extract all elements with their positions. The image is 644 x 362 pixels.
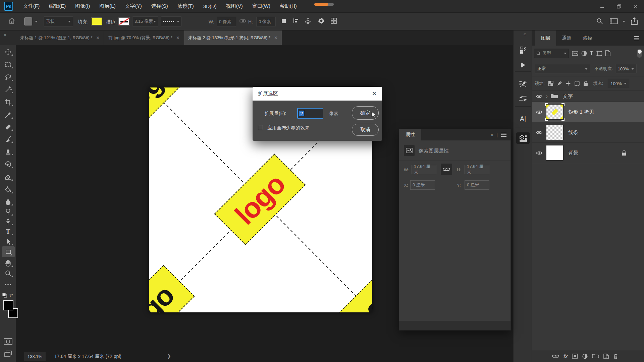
- menu-view[interactable]: 视图(V): [221, 0, 248, 13]
- add-mask-icon[interactable]: [572, 354, 578, 359]
- menu-image[interactable]: 图像(I): [70, 0, 95, 13]
- history-brush-tool[interactable]: [0, 159, 16, 170]
- layer-filter-dropdown[interactable]: 类型: [534, 49, 569, 58]
- close-tab-icon[interactable]: ✕: [96, 35, 100, 40]
- tool-mode-dropdown[interactable]: 形状: [44, 16, 73, 26]
- opacity-dropdown[interactable]: 100%: [615, 64, 637, 73]
- rectangular-marquee-tool[interactable]: [0, 59, 16, 70]
- actions-panel-icon[interactable]: [514, 59, 532, 71]
- visibility-eye-icon[interactable]: [532, 151, 546, 155]
- link-layers-icon[interactable]: [552, 354, 559, 358]
- restore-icon[interactable]: [610, 0, 627, 13]
- menu-file[interactable]: 文件(F): [18, 0, 44, 13]
- tab-properties[interactable]: 属性: [399, 129, 421, 140]
- filter-toggle[interactable]: [637, 49, 642, 58]
- visibility-eye-icon[interactable]: [532, 94, 546, 99]
- menu-select[interactable]: 选择(S): [147, 0, 173, 13]
- layer-thumbnail[interactable]: [546, 145, 564, 161]
- layer-effects-icon[interactable]: fx: [564, 354, 568, 359]
- tab-layers[interactable]: 图层: [535, 31, 556, 46]
- shape-h-field[interactable]: 0 像素: [256, 17, 276, 27]
- lasso-tool[interactable]: [0, 72, 16, 83]
- document-tab-1[interactable]: 未标题-1 @ 121% (图层 1, RGB/8#) * ✕: [16, 31, 104, 45]
- foreground-color-swatch[interactable]: [3, 300, 13, 310]
- workspace-chevron-icon[interactable]: [623, 21, 625, 22]
- fill-dropdown[interactable]: 100%: [608, 79, 629, 88]
- brush-tool[interactable]: [0, 134, 16, 144]
- tool-preset-chevron-icon[interactable]: [35, 21, 38, 22]
- stroke-width-field[interactable]: 3.15 像素: [132, 16, 158, 26]
- path-operations-icon[interactable]: [281, 18, 286, 24]
- menu-3d[interactable]: 3D(D): [199, 0, 221, 13]
- lock-artboard-icon[interactable]: [574, 81, 580, 86]
- quick-mask-icon[interactable]: [0, 336, 16, 347]
- menu-edit[interactable]: 编辑(E): [44, 0, 70, 13]
- dialog-close-icon[interactable]: ✕: [372, 90, 377, 97]
- tab-channels[interactable]: 通道: [556, 31, 577, 46]
- minimize-icon[interactable]: [594, 0, 610, 13]
- move-tool[interactable]: [0, 47, 16, 57]
- close-icon[interactable]: [627, 0, 644, 13]
- hand-tool[interactable]: [0, 258, 16, 268]
- character-panel-icon[interactable]: A|: [514, 113, 532, 124]
- visibility-eye-icon[interactable]: [532, 130, 546, 135]
- paint-bucket-tool[interactable]: [0, 184, 16, 195]
- workspace-layout-icon[interactable]: [331, 18, 337, 24]
- dodge-tool[interactable]: [0, 206, 16, 217]
- screen-mode-icon[interactable]: [0, 348, 16, 359]
- smart-object-filter-icon[interactable]: [605, 50, 610, 56]
- zoom-tool[interactable]: [0, 268, 16, 279]
- blur-tool[interactable]: [0, 196, 16, 207]
- group-expand-chevron-icon[interactable]: ›: [546, 94, 548, 99]
- visibility-eye-icon[interactable]: [532, 110, 546, 114]
- spot-healing-brush-tool[interactable]: [0, 122, 16, 132]
- type-layer-filter-icon[interactable]: T: [590, 50, 593, 56]
- layer-row-group[interactable]: › 文字: [532, 91, 644, 102]
- path-alignment-icon[interactable]: [293, 18, 299, 24]
- path-arrangement-icon[interactable]: [305, 17, 311, 24]
- clone-stamp-tool[interactable]: [0, 146, 16, 157]
- new-layer-icon[interactable]: [603, 354, 609, 359]
- new-group-icon[interactable]: [592, 354, 599, 359]
- lock-position-icon[interactable]: [566, 81, 571, 86]
- crop-tool[interactable]: [0, 97, 16, 108]
- close-tab-icon[interactable]: ✕: [176, 35, 180, 40]
- layer-thumbnail[interactable]: [546, 125, 564, 140]
- status-chevron-icon[interactable]: ❯: [167, 353, 171, 359]
- path-selection-tool[interactable]: [0, 236, 16, 247]
- delete-layer-icon[interactable]: [613, 354, 618, 359]
- expand-amount-input[interactable]: 2: [297, 108, 323, 119]
- shape-layer-filter-icon[interactable]: [596, 51, 602, 56]
- swap-colors-icon[interactable]: ⇄: [9, 293, 13, 298]
- cancel-button[interactable]: 取消: [352, 124, 379, 136]
- eraser-tool[interactable]: [0, 172, 16, 182]
- prop-h-field[interactable]: 17.64 厘米: [465, 165, 489, 174]
- ok-button[interactable]: 确定: [352, 106, 379, 120]
- menu-window[interactable]: 窗口(W): [248, 0, 275, 13]
- adjustment-icon[interactable]: [582, 354, 588, 359]
- canvas-bounds-checkbox[interactable]: [258, 125, 263, 130]
- prop-y-field[interactable]: 0 厘米: [465, 180, 489, 190]
- fill-color-swatch[interactable]: [91, 18, 102, 25]
- menu-filter[interactable]: 滤镜(T): [173, 0, 199, 13]
- layer-thumbnail[interactable]: [546, 104, 564, 120]
- lock-pixels-icon[interactable]: [557, 81, 562, 86]
- type-tool[interactable]: T: [0, 226, 16, 237]
- properties-panel-icon[interactable]: [516, 132, 530, 144]
- menu-type[interactable]: 文字(Y): [120, 0, 147, 13]
- magic-wand-tool[interactable]: [0, 84, 16, 95]
- panel-menu-icon[interactable]: [501, 134, 506, 135]
- pixel-layer-filter-icon[interactable]: [572, 51, 578, 56]
- document-tab-2[interactable]: 前.jpg @ 70.9% (背景, RGB/8#) * ✕: [104, 31, 184, 45]
- pen-tool[interactable]: [0, 216, 16, 227]
- dock-collapse-icon[interactable]: «: [524, 32, 526, 37]
- prop-w-field[interactable]: 17.64 厘米: [412, 165, 436, 174]
- workspace-chooser-icon[interactable]: [610, 18, 618, 24]
- stroke-style-dropdown[interactable]: [161, 16, 182, 26]
- share-icon[interactable]: [631, 17, 638, 25]
- home-icon[interactable]: [8, 17, 15, 24]
- collapse-panel-icon[interactable]: »: [491, 132, 493, 137]
- toolbar-collapse-icon[interactable]: »: [4, 33, 7, 37]
- layer-row-rectangle-copy[interactable]: 矩形 1 拷贝: [532, 102, 644, 122]
- eyedropper-tool[interactable]: [0, 110, 16, 120]
